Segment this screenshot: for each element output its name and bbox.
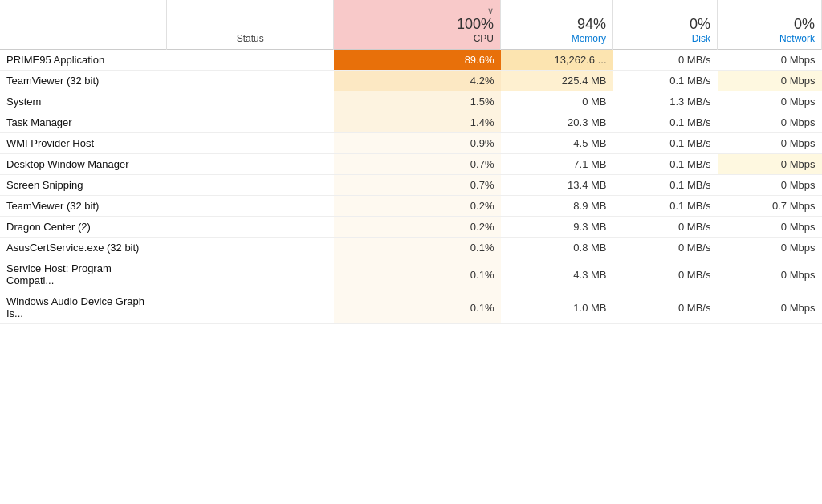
- process-disk: 0 MB/s: [613, 258, 718, 291]
- process-status: [167, 238, 334, 258]
- memory-column-header[interactable]: 94% Memory: [501, 0, 613, 50]
- process-network: 0 Mbps: [718, 175, 822, 196]
- process-disk: 0 MB/s: [613, 291, 718, 324]
- process-status: [167, 154, 334, 175]
- process-name: WMI Provider Host: [0, 133, 167, 154]
- process-status: [167, 112, 334, 133]
- table-header-row: Status ∨ 100% CPU 94% Memory 0% Disk 0%: [0, 0, 822, 50]
- process-memory: 8.9 MB: [501, 196, 613, 217]
- table-row[interactable]: Screen Snipping0.7%13.4 MB0.1 MB/s0 Mbps: [0, 175, 822, 196]
- process-cpu: 0.1%: [334, 258, 501, 291]
- table-row[interactable]: TeamViewer (32 bit)4.2%225.4 MB0.1 MB/s0…: [0, 71, 822, 91]
- network-header-value: 0%: [724, 16, 815, 33]
- process-disk: 0.1 MB/s: [613, 196, 718, 217]
- process-network: 0 Mbps: [718, 258, 822, 291]
- process-name: AsusCertService.exe (32 bit): [0, 238, 167, 258]
- process-network: 0 Mbps: [718, 50, 822, 71]
- process-network: 0.7 Mbps: [718, 196, 822, 217]
- status-column-header[interactable]: Status: [167, 0, 334, 50]
- process-cpu: 1.5%: [334, 91, 501, 112]
- process-name: Dragon Center (2): [0, 217, 167, 238]
- table-row[interactable]: Service Host: Program Compati...0.1%4.3 …: [0, 258, 822, 291]
- process-network: 0 Mbps: [718, 112, 822, 133]
- process-cpu: 0.9%: [334, 133, 501, 154]
- process-memory: 1.0 MB: [501, 291, 613, 324]
- process-table: Status ∨ 100% CPU 94% Memory 0% Disk 0%: [0, 0, 822, 324]
- process-network: 0 Mbps: [718, 133, 822, 154]
- memory-header-value: 94%: [507, 16, 606, 33]
- process-status: [167, 175, 334, 196]
- process-name: Service Host: Program Compati...: [0, 258, 167, 291]
- cpu-header-value: 100%: [340, 16, 494, 33]
- process-cpu: 1.4%: [334, 112, 501, 133]
- process-name: PRIME95 Application: [0, 50, 167, 71]
- process-status: [167, 133, 334, 154]
- process-cpu: 0.2%: [334, 217, 501, 238]
- process-memory: 13,262.6 ...: [501, 50, 613, 71]
- process-status: [167, 291, 334, 324]
- process-network: 0 Mbps: [718, 291, 822, 324]
- process-cpu: 0.2%: [334, 196, 501, 217]
- process-memory: 20.3 MB: [501, 112, 613, 133]
- process-network: 0 Mbps: [718, 238, 822, 258]
- table-row[interactable]: AsusCertService.exe (32 bit)0.1%0.8 MB0 …: [0, 238, 822, 258]
- process-name: TeamViewer (32 bit): [0, 71, 167, 91]
- process-network: 0 Mbps: [718, 71, 822, 91]
- process-name: Desktop Window Manager: [0, 154, 167, 175]
- process-disk: 0.1 MB/s: [613, 71, 718, 91]
- name-column-header[interactable]: [0, 0, 167, 50]
- process-status: [167, 71, 334, 91]
- network-column-header[interactable]: 0% Network: [718, 0, 822, 50]
- table-row[interactable]: WMI Provider Host0.9%4.5 MB0.1 MB/s0 Mbp…: [0, 133, 822, 154]
- process-disk: 0 MB/s: [613, 238, 718, 258]
- process-cpu: 0.1%: [334, 238, 501, 258]
- process-memory: 4.5 MB: [501, 133, 613, 154]
- process-disk: 0.1 MB/s: [613, 175, 718, 196]
- process-memory: 225.4 MB: [501, 71, 613, 91]
- table-row[interactable]: Task Manager1.4%20.3 MB0.1 MB/s0 Mbps: [0, 112, 822, 133]
- process-status: [167, 50, 334, 71]
- table-row[interactable]: TeamViewer (32 bit)0.2%8.9 MB0.1 MB/s0.7…: [0, 196, 822, 217]
- table-row[interactable]: Desktop Window Manager0.7%7.1 MB0.1 MB/s…: [0, 154, 822, 175]
- process-memory: 9.3 MB: [501, 217, 613, 238]
- process-cpu: 4.2%: [334, 71, 501, 91]
- sort-indicator: ∨: [487, 6, 494, 15]
- process-status: [167, 258, 334, 291]
- disk-header-value: 0%: [620, 16, 710, 33]
- process-network: 0 Mbps: [718, 217, 822, 238]
- disk-column-header[interactable]: 0% Disk: [613, 0, 718, 50]
- process-memory: 0.8 MB: [501, 238, 613, 258]
- process-memory: 4.3 MB: [501, 258, 613, 291]
- table-row[interactable]: System1.5%0 MB1.3 MB/s0 Mbps: [0, 91, 822, 112]
- process-network: 0 Mbps: [718, 91, 822, 112]
- table-row[interactable]: PRIME95 Application89.6%13,262.6 ...0 MB…: [0, 50, 822, 71]
- task-manager-table-wrapper: Status ∨ 100% CPU 94% Memory 0% Disk 0%: [0, 0, 822, 324]
- table-row[interactable]: Dragon Center (2)0.2%9.3 MB0 MB/s0 Mbps: [0, 217, 822, 238]
- process-cpu: 0.7%: [334, 175, 501, 196]
- cpu-column-header[interactable]: ∨ 100% CPU: [334, 0, 501, 50]
- process-name: Task Manager: [0, 112, 167, 133]
- process-cpu: 89.6%: [334, 50, 501, 71]
- process-disk: 0 MB/s: [613, 50, 718, 71]
- process-memory: 13.4 MB: [501, 175, 613, 196]
- process-name: Screen Snipping: [0, 175, 167, 196]
- process-status: [167, 217, 334, 238]
- table-row[interactable]: Windows Audio Device Graph Is...0.1%1.0 …: [0, 291, 822, 324]
- process-memory: 7.1 MB: [501, 154, 613, 175]
- process-name: TeamViewer (32 bit): [0, 196, 167, 217]
- process-disk: 1.3 MB/s: [613, 91, 718, 112]
- process-disk: 0.1 MB/s: [613, 133, 718, 154]
- process-name: Windows Audio Device Graph Is...: [0, 291, 167, 324]
- process-cpu: 0.7%: [334, 154, 501, 175]
- process-cpu: 0.1%: [334, 291, 501, 324]
- process-network: 0 Mbps: [718, 154, 822, 175]
- process-status: [167, 196, 334, 217]
- process-disk: 0.1 MB/s: [613, 112, 718, 133]
- process-name: System: [0, 91, 167, 112]
- process-memory: 0 MB: [501, 91, 613, 112]
- process-status: [167, 91, 334, 112]
- process-disk: 0.1 MB/s: [613, 154, 718, 175]
- process-disk: 0 MB/s: [613, 217, 718, 238]
